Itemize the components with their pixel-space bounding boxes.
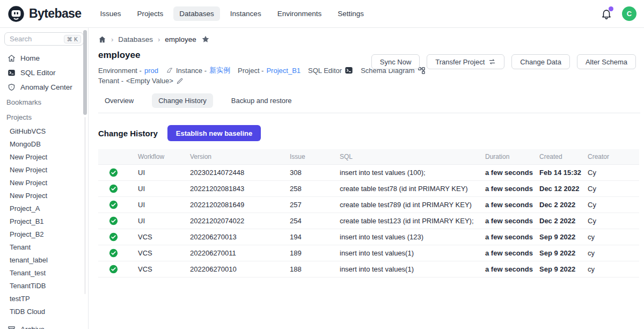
- projects-section-label[interactable]: Projects: [0, 109, 88, 125]
- cell-sql: insert into test values (100);: [333, 165, 479, 181]
- nav-item-instances[interactable]: Instances: [224, 6, 267, 21]
- nav-item-databases[interactable]: Databases: [173, 6, 220, 21]
- sidebar-project-tenant[interactable]: Tenant: [0, 240, 88, 253]
- environment-meta: Environment - prod: [98, 67, 158, 75]
- table-row[interactable]: VCS202206270011189insert into test value…: [98, 245, 639, 261]
- search-input[interactable]: Search ⌘ K: [4, 32, 84, 46]
- cell-duration: a few seconds: [479, 197, 533, 213]
- nav-item-settings[interactable]: Settings: [332, 6, 370, 21]
- sidebar-item-label: Archive: [20, 325, 45, 329]
- establish-baseline-label: Establish new baseline: [176, 129, 252, 137]
- bookmarks-section-label[interactable]: Bookmarks: [0, 94, 88, 109]
- status-done-icon: [98, 229, 131, 245]
- notification-bell-icon[interactable]: [601, 8, 612, 20]
- tenant-label: Tenant -: [98, 77, 123, 85]
- sidebar-item-sql-editor[interactable]: SQL Editor: [0, 65, 88, 80]
- cell-sql: create table test789 (id int PRIMARY KEY…: [333, 197, 479, 213]
- bytebase-logo[interactable]: Bytebase: [8, 5, 81, 23]
- col-issue: Issue: [283, 149, 333, 165]
- alter-schema-label: Alter Schema: [586, 58, 627, 66]
- sidebar-project-tidb-cloud[interactable]: TiDB Cloud: [0, 305, 88, 318]
- col-creator: Creator: [581, 149, 639, 165]
- sidebar-project-githubvcs[interactable]: GitHubVCS: [0, 125, 88, 137]
- nav-item-environments[interactable]: Environments: [272, 6, 328, 21]
- transfer-project-label: Transfer Project: [435, 58, 485, 66]
- tab-backup-and-restore[interactable]: Backup and restore: [225, 93, 298, 108]
- tab-overview[interactable]: Overview: [98, 93, 140, 108]
- user-avatar[interactable]: C: [622, 6, 636, 21]
- instance-label: Instance -: [176, 67, 207, 75]
- home-icon[interactable]: [98, 35, 106, 43]
- sidebar-item-archive[interactable]: Archive: [0, 322, 88, 329]
- cell-creator: Cy: [581, 165, 639, 181]
- cell-issue[interactable]: 254: [283, 213, 333, 229]
- cell-created: Sep 9 2022: [533, 229, 581, 245]
- sidebar-scrollbar-thumb[interactable]: [83, 30, 87, 115]
- cell-created: Dec 2 2022: [533, 197, 581, 213]
- cell-version: 202206270010: [184, 261, 283, 277]
- archive-icon: [8, 325, 16, 329]
- sidebar-item-home[interactable]: Home: [0, 51, 88, 65]
- transfer-project-button[interactable]: Transfer Project: [427, 54, 504, 69]
- status-done-icon: [98, 213, 131, 229]
- cell-created: Dec 2 2022: [533, 213, 581, 229]
- sidebar-project-mongodb[interactable]: MongoDB: [0, 137, 88, 150]
- database-meta-line2: Tenant - <Empty Value>: [98, 77, 640, 85]
- edit-pencil-icon[interactable]: [176, 77, 184, 85]
- change-data-button[interactable]: Change Data: [511, 54, 570, 69]
- sync-now-button[interactable]: Sync Now: [371, 54, 420, 69]
- establish-baseline-button[interactable]: Establish new baseline: [167, 125, 261, 141]
- project-link[interactable]: Project_B1: [266, 67, 301, 75]
- sidebar-item-anomaly-center[interactable]: Anomaly Center: [0, 80, 88, 94]
- environment-link[interactable]: prod: [144, 67, 158, 75]
- navbar-right: C: [601, 6, 636, 21]
- sidebar-project-new-project-2[interactable]: New Project: [0, 163, 88, 176]
- cell-issue[interactable]: 188: [283, 261, 333, 277]
- cell-workflow: VCS: [131, 229, 184, 245]
- sidebar-project-project-a[interactable]: Project_A: [0, 202, 88, 215]
- sidebar-scrollbar-track: [84, 117, 86, 294]
- cell-workflow: UI: [131, 197, 184, 213]
- sidebar-project-testtp[interactable]: testTP: [0, 292, 88, 305]
- sidebar-project-new-project-3[interactable]: New Project: [0, 176, 88, 189]
- cell-issue[interactable]: 194: [283, 229, 333, 245]
- alter-schema-button[interactable]: Alter Schema: [577, 54, 636, 69]
- tab-change-history[interactable]: Change History: [152, 93, 213, 108]
- sidebar-project-project-b2[interactable]: Project_B2: [0, 228, 88, 240]
- cell-issue[interactable]: 308: [283, 165, 333, 181]
- instance-link[interactable]: 新实例: [209, 65, 230, 75]
- cell-issue[interactable]: 258: [283, 181, 333, 197]
- table-row[interactable]: UI20221202074022254create table test123 …: [98, 213, 639, 229]
- table-row[interactable]: VCS202206270010188insert into test value…: [98, 261, 639, 277]
- sidebar-project-tenant-test[interactable]: Tenant_test: [0, 266, 88, 279]
- breadcrumb-databases[interactable]: Databases: [118, 35, 153, 43]
- cell-version: 20221202074022: [184, 213, 283, 229]
- cell-duration: a few seconds: [479, 181, 533, 197]
- sidebar-project-new-project-4[interactable]: New Project: [0, 189, 88, 202]
- sidebar-project-new-project-1[interactable]: New Project: [0, 150, 88, 163]
- top-navbar: Bytebase Issues Projects Databases Insta…: [0, 0, 644, 28]
- search-placeholder: Search: [10, 35, 64, 43]
- status-done-icon: [98, 165, 131, 181]
- nav-item-issues[interactable]: Issues: [94, 6, 127, 21]
- table-row[interactable]: VCS202206270013194insert into test value…: [98, 229, 639, 245]
- db-engine-icon: [166, 67, 173, 74]
- table-row[interactable]: UI20230214072448308insert into test valu…: [98, 165, 639, 181]
- sql-editor-link[interactable]: SQL Editor: [308, 66, 353, 75]
- sidebar-project-tenant-label[interactable]: tenant_label: [0, 253, 88, 266]
- cell-duration: a few seconds: [479, 229, 533, 245]
- cell-version: 20221202081843: [184, 181, 283, 197]
- sidebar-project-project-b1[interactable]: Project_B1: [0, 215, 88, 228]
- sidebar-project-tenanttidb[interactable]: TenantTiDB: [0, 279, 88, 292]
- sql-editor-label: SQL Editor: [308, 67, 342, 75]
- table-row[interactable]: UI20221202081843258create table test78 (…: [98, 181, 639, 197]
- brand-name: Bytebase: [29, 6, 81, 21]
- col-version: Version: [184, 149, 283, 165]
- table-row[interactable]: UI20221202081649257create table test789 …: [98, 197, 639, 213]
- cell-issue[interactable]: 257: [283, 197, 333, 213]
- status-done-icon: [98, 261, 131, 277]
- nav-item-projects[interactable]: Projects: [131, 6, 170, 21]
- cell-creator: Cy: [581, 213, 639, 229]
- cell-issue[interactable]: 189: [283, 245, 333, 261]
- bookmark-star-icon[interactable]: [201, 35, 210, 43]
